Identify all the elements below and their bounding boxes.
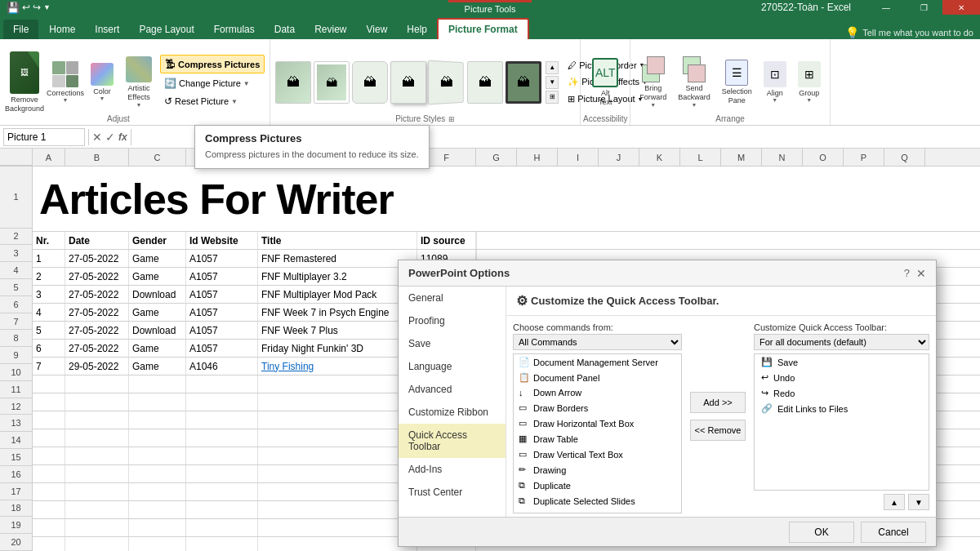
move-down-btn[interactable]: ▼ bbox=[908, 494, 929, 510]
dialog-nav-general[interactable]: General bbox=[399, 287, 506, 309]
align-btn[interactable]: ⊡ Align ▼ bbox=[760, 59, 791, 105]
customize-dropdown[interactable]: For all documents (default) bbox=[754, 334, 929, 350]
confirm-formula-icon[interactable]: ✓ bbox=[105, 131, 115, 144]
cmd-draw-vtextbox[interactable]: ▭Draw Vertical Text Box bbox=[514, 447, 681, 462]
tab-page-layout[interactable]: Page Layout bbox=[129, 20, 203, 39]
cancel-btn[interactable]: Cancel bbox=[861, 522, 926, 543]
col-header-j[interactable]: J bbox=[599, 149, 639, 166]
choose-from-dropdown[interactable]: All Commands bbox=[513, 334, 682, 350]
alt-text-btn[interactable]: ALT AltText bbox=[587, 56, 623, 109]
dialog-nav-language[interactable]: Language bbox=[399, 355, 506, 378]
col-header-a[interactable]: A bbox=[33, 149, 65, 166]
dialog-nav-addins[interactable]: Add-Ins bbox=[399, 458, 506, 481]
pic-style-1[interactable]: 🏔 bbox=[275, 61, 311, 104]
cmd-drawing[interactable]: ✏Drawing bbox=[514, 462, 681, 478]
restore-btn[interactable]: ❐ bbox=[905, 0, 942, 15]
pic-style-4[interactable]: 🏔 bbox=[390, 61, 426, 104]
row-num-13[interactable]: 13 bbox=[0, 415, 32, 432]
cmd-down-arrow[interactable]: ↓Down Arrow bbox=[514, 385, 681, 400]
remove-background-btn[interactable]: 🖼 RemoveBackground bbox=[5, 49, 44, 116]
row-num-14[interactable]: 14 bbox=[0, 432, 32, 449]
col-header-b[interactable]: B bbox=[65, 149, 129, 166]
col-header-k[interactable]: K bbox=[639, 149, 680, 166]
row-num-6[interactable]: 6 bbox=[0, 296, 32, 313]
col-header-o[interactable]: O bbox=[803, 149, 844, 166]
dialog-nav-proofing[interactable]: Proofing bbox=[399, 309, 506, 332]
move-up-btn[interactable]: ▲ bbox=[884, 494, 905, 510]
dialog-nav-customize-ribbon[interactable]: Customize Ribbon bbox=[399, 401, 506, 424]
right-item-undo[interactable]: ↩Undo bbox=[755, 370, 929, 385]
col-header-q[interactable]: Q bbox=[884, 149, 925, 166]
tab-insert[interactable]: Insert bbox=[85, 20, 129, 39]
tab-review[interactable]: Review bbox=[305, 20, 356, 39]
reset-picture-btn[interactable]: ↺ Reset Picture ▼ bbox=[160, 93, 265, 109]
styles-scroll-down[interactable]: ▼ bbox=[546, 76, 559, 89]
tab-file[interactable]: File bbox=[3, 20, 38, 39]
styles-scroll-up[interactable]: ▲ bbox=[546, 61, 559, 74]
cmd-duration[interactable]: ⏱Duration bbox=[514, 509, 681, 513]
corrections-btn[interactable]: Corrections ▼ bbox=[47, 59, 83, 105]
cmd-draw-table[interactable]: ▦Draw Table bbox=[514, 431, 681, 447]
row-num-17[interactable]: 17 bbox=[0, 483, 32, 500]
tab-formulas[interactable]: Formulas bbox=[204, 20, 265, 39]
compress-pictures-btn[interactable]: 🗜 Compress Pictures bbox=[160, 55, 265, 73]
pic-style-5[interactable]: 🏔 bbox=[428, 60, 464, 104]
tab-home[interactable]: Home bbox=[39, 20, 85, 39]
row-num-12[interactable]: 12 bbox=[0, 398, 32, 415]
search-tell-me[interactable]: Tell me what you want to do bbox=[862, 28, 973, 38]
right-item-edit-links[interactable]: 🔗Edit Links to Files bbox=[755, 401, 929, 416]
cmd-dup-selected[interactable]: ⧉Duplicate Selected Slides bbox=[514, 493, 681, 509]
name-box[interactable] bbox=[3, 128, 85, 146]
ok-btn[interactable]: OK bbox=[789, 522, 854, 543]
group-btn[interactable]: ⊞ Group ▼ bbox=[794, 59, 825, 105]
row-num-3[interactable]: 3 bbox=[0, 245, 32, 262]
right-item-redo[interactable]: ↪Redo bbox=[755, 385, 929, 401]
artistic-effects-btn[interactable]: ArtisticEffects ▼ bbox=[121, 54, 157, 110]
right-item-save[interactable]: 💾Save bbox=[755, 354, 929, 370]
cell-title[interactable]: Tiny Fishing bbox=[258, 358, 417, 375]
pic-style-selected[interactable]: 🏔 bbox=[506, 61, 541, 104]
insert-function-icon[interactable]: fx bbox=[118, 131, 127, 143]
col-header-l[interactable]: L bbox=[680, 149, 721, 166]
pic-style-3[interactable]: 🏔 bbox=[352, 61, 388, 104]
col-header-i[interactable]: I bbox=[558, 149, 599, 166]
row-num-5[interactable]: 5 bbox=[0, 279, 32, 296]
remove-btn[interactable]: << Remove bbox=[690, 420, 746, 441]
row-num-8[interactable]: 8 bbox=[0, 330, 32, 347]
cancel-formula-icon[interactable]: ✕ bbox=[92, 131, 102, 144]
dialog-nav-save[interactable]: Save bbox=[399, 332, 506, 355]
row-num-19[interactable]: 19 bbox=[0, 517, 32, 534]
col-header-c[interactable]: C bbox=[129, 149, 186, 166]
row-num-9[interactable]: 9 bbox=[0, 347, 32, 364]
tab-view[interactable]: View bbox=[357, 20, 398, 39]
cmd-doc-mgmt[interactable]: 📄Document Management Server bbox=[514, 354, 681, 370]
row-num-18[interactable]: 18 bbox=[0, 500, 32, 518]
cmd-duplicate[interactable]: ⧉Duplicate bbox=[514, 478, 681, 493]
change-picture-btn[interactable]: 🔄 Change Picture ▼ bbox=[160, 75, 265, 91]
row-num-15[interactable]: 15 bbox=[0, 449, 32, 466]
pic-style-2[interactable]: 🏔 bbox=[314, 61, 350, 104]
row-num-11[interactable]: 11 bbox=[0, 381, 32, 398]
send-backward-btn[interactable]: SendBackward ▼ bbox=[674, 54, 715, 110]
row-num-10[interactable]: 10 bbox=[0, 364, 32, 381]
minimize-btn[interactable]: — bbox=[867, 0, 905, 15]
row-num-4[interactable]: 4 bbox=[0, 262, 32, 279]
dialog-help-btn[interactable]: ? bbox=[904, 267, 910, 279]
col-header-h[interactable]: H bbox=[517, 149, 558, 166]
add-btn[interactable]: Add >> bbox=[690, 392, 746, 413]
row-num-16[interactable]: 16 bbox=[0, 466, 32, 483]
dialog-nav-quick-access[interactable]: Quick Access Toolbar bbox=[399, 424, 506, 458]
bring-forward-btn[interactable]: BringForward ▼ bbox=[635, 54, 670, 110]
styles-expand[interactable]: ⊞ bbox=[546, 91, 559, 104]
dialog-nav-advanced[interactable]: Advanced bbox=[399, 378, 506, 401]
dialog-close-btn[interactable]: ✕ bbox=[916, 267, 926, 280]
col-header-p[interactable]: P bbox=[844, 149, 884, 166]
cmd-doc-panel[interactable]: 📋Document Panel bbox=[514, 370, 681, 385]
row-num-20[interactable]: 20 bbox=[0, 534, 32, 551]
row-num-1[interactable]: 1 bbox=[0, 167, 32, 229]
cmd-draw-htextbox[interactable]: ▭Draw Horizontal Text Box bbox=[514, 415, 681, 431]
col-header-n[interactable]: N bbox=[762, 149, 803, 166]
col-header-g[interactable]: G bbox=[476, 149, 517, 166]
selection-pane-btn[interactable]: ☰ SelectionPane bbox=[718, 57, 756, 108]
tab-picture-format[interactable]: Picture Format bbox=[437, 18, 529, 39]
